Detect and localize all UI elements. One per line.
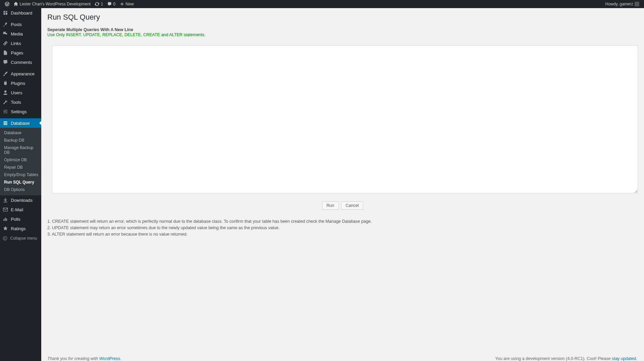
sidebar-item-posts[interactable]: Posts	[0, 20, 41, 29]
sidebar-item-label: Pages	[11, 50, 23, 55]
instruction-green: Use Only INSERT, UPDATE, REPLACE, DELETE…	[47, 32, 206, 37]
updates-count: 1	[101, 2, 103, 6]
plugin-icon	[3, 80, 8, 86]
sidebar-item-dashboard[interactable]: Dashboard	[0, 8, 41, 18]
notes-block: 1. CREATE statement will return an error…	[47, 218, 638, 237]
comments-link[interactable]: 0	[105, 0, 118, 8]
sidebar-item-label: Posts	[11, 22, 22, 27]
sidebar-item-comments[interactable]: Comments	[0, 57, 41, 67]
sidebar-sub-database[interactable]: Database	[0, 129, 41, 137]
sidebar-item-plugins[interactable]: Plugins	[0, 78, 41, 88]
collapse-icon	[3, 236, 7, 241]
comment-icon	[3, 59, 8, 65]
sidebar-item-label: Polls	[11, 217, 20, 222]
sidebar-item-label: Comments	[11, 60, 32, 65]
sliders-icon	[3, 109, 8, 114]
update-icon	[95, 2, 99, 6]
sidebar-sub-empty-drop-tables[interactable]: Empty/Drop Tables	[0, 171, 41, 178]
howdy-link[interactable]: Howdy, gamerz	[603, 0, 641, 8]
user-icon	[3, 90, 8, 95]
avatar	[635, 2, 639, 6]
sidebar-item-label: Database	[11, 121, 30, 126]
sidebar-item-label: Plugins	[11, 81, 25, 86]
sidebar-item-tools[interactable]: Tools	[0, 97, 41, 107]
footer-text: You are using a development version (4.0…	[495, 356, 612, 361]
page-title: Run SQL Query	[47, 13, 638, 22]
howdy-text: Howdy, gamerz	[605, 2, 633, 6]
new-link[interactable]: New	[118, 0, 136, 8]
comments-count: 0	[113, 2, 116, 6]
sidebar-item-settings[interactable]: Settings	[0, 107, 41, 116]
comment-icon	[107, 2, 112, 6]
run-button[interactable]: Run	[322, 201, 339, 210]
site-link[interactable]: Lester Chan's WordPress Development	[11, 0, 93, 8]
wordpress-icon	[5, 2, 9, 6]
instruction-headline: Seperate Multiple Queries With A New Lin…	[47, 27, 133, 32]
sidebar-item-label: E-Mail	[11, 207, 23, 212]
note-line: CREATE statement will return an error, w…	[52, 219, 372, 224]
footer: Thank you for creating with WordPress. Y…	[47, 351, 638, 361]
footer-text: .	[120, 356, 121, 361]
sidebar-sub-backup-db[interactable]: Backup DB	[0, 137, 41, 144]
main-content: Run SQL Query Seperate Multiple Queries …	[41, 8, 644, 361]
sidebar-item-label: Media	[11, 31, 23, 37]
note-line: UPDATE statement may return an error som…	[52, 225, 280, 230]
admin-sidebar: Dashboard Posts Media Links Pages Commen…	[0, 8, 41, 361]
site-title: Lester Chan's WordPress Development	[20, 2, 91, 6]
collapse-menu[interactable]: Collapse menu	[0, 233, 41, 243]
footer-stay-updated-link[interactable]: stay updated	[612, 356, 636, 361]
sidebar-sub-manage-backup-db[interactable]: Manage Backup DB	[0, 144, 41, 156]
footer-right: You are using a development version (4.0…	[495, 356, 637, 361]
sidebar-sub-repair-db[interactable]: Repair DB	[0, 164, 41, 171]
sidebar-item-downloads[interactable]: Downloads	[0, 195, 41, 205]
admin-bar: Lester Chan's WordPress Development 1 0 …	[0, 0, 644, 8]
footer-wordpress-link[interactable]: WordPress	[99, 356, 120, 361]
sidebar-item-media[interactable]: Media	[0, 29, 41, 39]
home-icon	[14, 2, 18, 6]
download-icon	[3, 197, 8, 203]
cancel-button[interactable]: Cancel	[341, 201, 363, 210]
wp-logo[interactable]	[3, 0, 11, 8]
sql-query-textarea[interactable]	[52, 45, 638, 193]
plus-icon	[120, 2, 124, 6]
sidebar-item-label: Settings	[11, 109, 27, 114]
sidebar-item-appearance[interactable]: Appearance	[0, 69, 41, 78]
sidebar-item-label: Tools	[11, 100, 21, 105]
new-label: New	[126, 2, 134, 6]
sidebar-item-label: Appearance	[11, 71, 34, 76]
chart-bar-icon	[3, 216, 8, 222]
sidebar-sub-run-sql-query[interactable]: Run SQL Query	[0, 178, 41, 186]
wrench-icon	[3, 99, 8, 105]
sidebar-item-ratings[interactable]: Ratings	[0, 224, 41, 233]
star-icon	[3, 226, 8, 231]
collapse-label: Collapse menu	[10, 236, 37, 241]
svg-point-0	[3, 236, 7, 240]
footer-text: .	[636, 356, 637, 361]
sidebar-item-links[interactable]: Links	[0, 39, 41, 48]
link-icon	[3, 41, 8, 46]
sidebar-item-database[interactable]: Database	[0, 118, 41, 128]
sidebar-item-label: Downloads	[11, 198, 32, 203]
sidebar-item-label: Links	[11, 41, 21, 46]
sidebar-item-label: Ratings	[11, 226, 26, 231]
media-icon	[3, 31, 8, 37]
database-icon	[3, 120, 8, 126]
page-icon	[3, 50, 8, 55]
mail-icon	[3, 207, 8, 212]
note-line: ALTER statement will return an error bec…	[52, 232, 187, 237]
updates-link[interactable]: 1	[93, 0, 105, 8]
sidebar-sub-optimize-db[interactable]: Optimize DB	[0, 156, 41, 164]
sidebar-item-users[interactable]: Users	[0, 88, 41, 97]
sidebar-submenu-database: Database Backup DB Manage Backup DB Opti…	[0, 128, 41, 195]
sidebar-sub-db-options[interactable]: DB Options	[0, 186, 41, 193]
brush-icon	[3, 71, 8, 76]
sidebar-item-label: Dashboard	[11, 10, 32, 16]
sidebar-item-email[interactable]: E-Mail	[0, 205, 41, 214]
footer-left: Thank you for creating with WordPress.	[47, 356, 121, 361]
pin-icon	[3, 22, 8, 27]
dashboard-icon	[3, 10, 8, 16]
sidebar-item-polls[interactable]: Polls	[0, 214, 41, 224]
sidebar-item-pages[interactable]: Pages	[0, 48, 41, 57]
footer-text: Thank you for creating with	[47, 356, 99, 361]
sidebar-item-label: Users	[11, 90, 22, 95]
